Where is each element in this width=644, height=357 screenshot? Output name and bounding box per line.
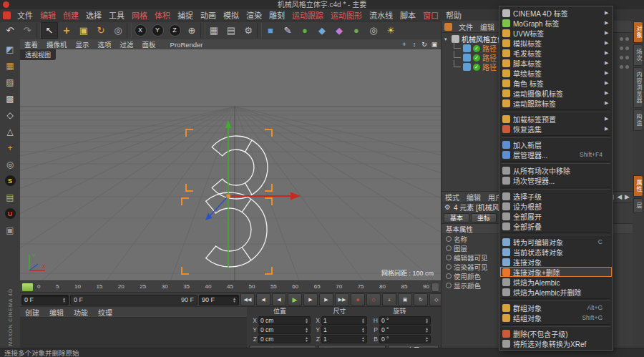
c4d-menu-logo-icon[interactable] [3, 11, 11, 19]
stepper-arrows-icon[interactable]: ▲▼ [361, 336, 365, 342]
context-menu-item[interactable] [502, 161, 610, 164]
context-menu-item[interactable]: CINEMA 4D 标签 ▶ [500, 8, 612, 18]
keyframe-circle-icon[interactable] [446, 245, 452, 251]
spline-pen-button[interactable]: ✎ [279, 22, 296, 39]
menubar-item[interactable]: 体积 [151, 9, 174, 21]
context-menu-item[interactable]: 连接对象+删除 [500, 267, 612, 277]
context-menu-item[interactable]: 角色 标签 ▶ [500, 78, 612, 88]
prev-key-button[interactable]: ◀ [256, 293, 270, 306]
viewport-menu-item[interactable]: 查看 [20, 39, 42, 49]
context-menu-item[interactable]: 层管理器... Shift+F4 [500, 150, 612, 160]
context-menu-item[interactable]: 恢复选集 ▶ [500, 124, 612, 134]
stepper-arrows-icon[interactable]: ▲▼ [361, 318, 365, 323]
material-list-area[interactable] [20, 318, 247, 349]
menubar-item[interactable]: 网格 [128, 9, 151, 21]
context-menu-item[interactable]: MoGraph 标签 ▶ [500, 18, 612, 28]
material-menu-item[interactable]: 编辑 [44, 307, 69, 318]
stepper-arrows-icon[interactable]: ▲▼ [361, 327, 365, 333]
pan-view-icon[interactable]: + [399, 40, 409, 49]
next-frame-button[interactable]: ▶ [303, 293, 318, 306]
rotate-view-icon[interactable]: ↻ [419, 40, 429, 49]
menubar-item[interactable]: 雕刻 [265, 9, 288, 21]
position-column-header[interactable]: 位置 [249, 308, 311, 316]
menubar-item[interactable]: 流水线 [366, 9, 396, 21]
position-field[interactable]: 0 cm ▲▼ [258, 316, 311, 325]
undo-icon[interactable]: ↶ [1, 22, 19, 39]
context-menu-item[interactable]: 运动跟踪标签 ▶ [500, 98, 612, 108]
object-manager-icon[interactable] [444, 23, 452, 31]
size-field[interactable]: 1 ▲▼ [321, 316, 367, 325]
next-key-button[interactable]: ▶ [319, 293, 333, 306]
menubar-item[interactable]: 选择 [82, 9, 105, 21]
context-menu-item[interactable]: 草绘标签 ▶ [500, 68, 612, 78]
camera-button[interactable]: ◎ [365, 22, 382, 39]
rotation-column-header[interactable]: 旋转 [369, 308, 431, 316]
context-menu-item[interactable]: 烘焙为Alembic [500, 277, 612, 287]
context-menu-item[interactable]: UVW标签 ▶ [500, 28, 612, 38]
context-menu-item[interactable]: 选择子级 [500, 191, 612, 201]
play-button[interactable]: ▶ [288, 293, 302, 306]
toolbar-separator[interactable] [257, 23, 262, 38]
render-picture-viewer-button[interactable]: ▤ [223, 22, 240, 39]
context-menu-item[interactable]: 转为可编辑对象 C [500, 237, 612, 247]
timeline-range-handle[interactable] [431, 283, 439, 292]
render-visibility-dot[interactable] [625, 65, 629, 69]
magnet-tool[interactable]: U [1, 205, 19, 222]
context-menu-item[interactable]: 连接对象 [500, 257, 612, 267]
menubar-item[interactable]: 运动跟踪 [288, 9, 327, 21]
size-column-header[interactable]: 尺寸 [312, 308, 367, 316]
context-menu-item[interactable]: 删除(不包含子级) [500, 328, 612, 338]
menubar-item[interactable]: 渲染 [243, 9, 265, 21]
keyframe-circle-icon[interactable] [446, 273, 452, 279]
context-menu-item[interactable]: 全部展开 [500, 211, 612, 221]
timeline-playhead[interactable] [21, 283, 34, 292]
prorender-menu-item[interactable]: ProRender [166, 41, 208, 49]
menubar-item[interactable]: 文件 [14, 9, 36, 21]
make-editable-tool[interactable]: ◩ [1, 41, 19, 57]
generators-button[interactable]: ◆ [313, 22, 331, 39]
dock-tab[interactable]: 层 [633, 198, 643, 213]
zoom-view-icon[interactable]: ↕ [409, 40, 419, 49]
viewport-menu-item[interactable]: 面板 [138, 39, 160, 49]
stepper-arrows-icon[interactable]: ▲▼ [305, 336, 308, 342]
viewport-menu-item[interactable]: 摄像机 [42, 39, 72, 49]
enabled-check-icon[interactable]: ✓ [473, 45, 480, 52]
stepper-arrows-icon[interactable]: ▲▼ [425, 336, 429, 342]
position-record-toggle[interactable]: + [382, 293, 396, 306]
attr-history-icon[interactable]: ◀ [617, 193, 622, 200]
viewport-solo-tool[interactable]: ◎ [1, 156, 19, 172]
position-field[interactable]: 0 cm ▲▼ [258, 326, 311, 334]
end-frame-field[interactable]: 90 F ▲▼ [199, 295, 239, 305]
light-button[interactable]: ☀ [382, 22, 399, 39]
menubar-item[interactable]: 编辑 [36, 9, 59, 21]
object-type-icon[interactable] [463, 44, 471, 52]
enabled-check-icon[interactable]: ✓ [473, 64, 480, 71]
menubar-item[interactable]: 窗口 [419, 9, 442, 21]
menubar-item[interactable]: 工具 [105, 9, 128, 21]
context-menu-item[interactable] [502, 109, 610, 112]
context-menu-item[interactable]: 将所选对象转换为XRef [500, 338, 612, 348]
add-primitive-button[interactable]: ■ [262, 22, 279, 39]
object-type-icon[interactable] [463, 63, 471, 71]
material-menu-item[interactable]: 纹理 [93, 307, 117, 318]
enabled-check-icon[interactable]: ✓ [473, 54, 480, 62]
context-menu-item[interactable] [502, 135, 610, 138]
menubar-item[interactable]: 运动图形 [327, 9, 366, 21]
context-menu-item[interactable] [502, 298, 610, 301]
record-keyframe-button[interactable]: ● [351, 293, 365, 306]
editor-visibility-dot[interactable] [620, 65, 623, 69]
frame-range-slider[interactable]: 0 F 90 F [70, 295, 197, 305]
context-menu-item[interactable]: 毛发标签 ▶ [500, 48, 612, 58]
viewport-canvas[interactable]: 透视视图 网格间距 : 100 cm Y X [20, 49, 441, 280]
toggle-view-icon[interactable]: ▣ [429, 40, 439, 49]
render-visibility-dot[interactable] [625, 56, 629, 59]
stepper-arrows-icon[interactable]: ▲▼ [62, 297, 66, 303]
context-menu-item[interactable]: 当前状态转对象 [500, 247, 612, 257]
dock-tab[interactable]: 属性 [633, 175, 643, 197]
size-field[interactable]: 1 ▲▼ [321, 326, 367, 334]
lock-workplane-tool[interactable]: ▣ [1, 222, 19, 238]
object-manager-menu-item[interactable]: 文件 [455, 21, 477, 32]
editor-visibility-dot[interactable] [620, 56, 623, 59]
view-label[interactable]: 透视视图 [20, 49, 56, 60]
z-axis-lock[interactable]: Z [166, 22, 183, 39]
